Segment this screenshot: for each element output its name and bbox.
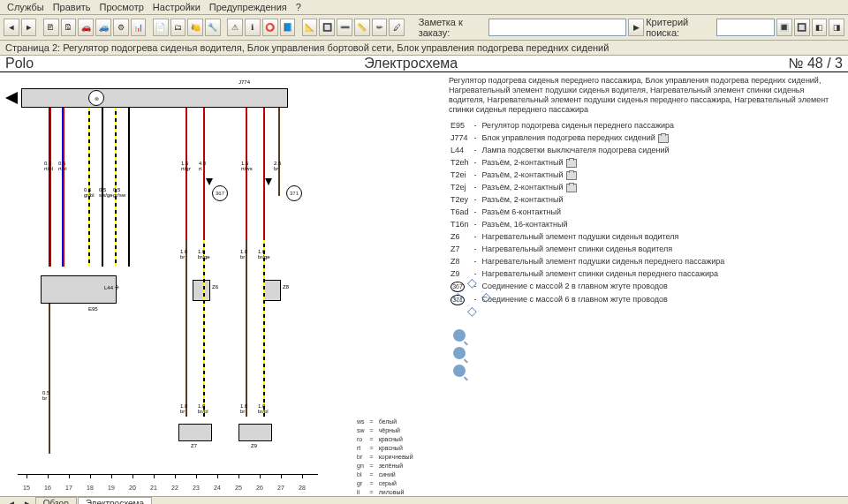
- page-description: Страница 2: Регулятор подогрева сиденья …: [5, 42, 609, 53]
- menu-item[interactable]: Править: [53, 2, 91, 12]
- zoom-fit-icon[interactable]: [453, 365, 466, 377]
- symbol-circle: ⊗: [88, 90, 104, 106]
- zoom-out-icon[interactable]: [453, 347, 466, 359]
- doc-number: № 48 / 3: [788, 56, 843, 71]
- tab-overview[interactable]: Обзор: [35, 497, 77, 504]
- pan-up-icon[interactable]: ◇: [465, 275, 479, 290]
- tool-4-icon[interactable]: 🚙: [95, 19, 111, 36]
- document-header: Polo Электросхема № 48 / 3: [0, 56, 848, 72]
- menu-item[interactable]: Службы: [7, 2, 44, 12]
- camera-icon[interactable]: [658, 134, 669, 143]
- tool-back-icon[interactable]: ◄: [4, 19, 19, 36]
- content-area: J774 ⊗ 0.5 rt/bl 0.5 rt/vi 0.5 gr/bl 0.5…: [0, 72, 848, 496]
- pan-down-icon[interactable]: ◇: [465, 304, 479, 318]
- label-e95: E95: [88, 306, 98, 312]
- camera-icon[interactable]: [566, 184, 577, 192]
- tool-2-icon[interactable]: 🖻: [61, 19, 77, 36]
- wire: [278, 108, 280, 196]
- pan-left-icon[interactable]: ◇: [450, 290, 465, 304]
- tab-next-icon[interactable]: ►: [23, 499, 32, 505]
- wire: [186, 108, 187, 240]
- arrow-left-icon: [5, 92, 18, 104]
- component-row: L44-Лампа подсветки выключателя подогрев…: [450, 145, 728, 155]
- tool-11-icon[interactable]: ⚠: [227, 19, 243, 36]
- component-z7: [178, 424, 212, 441]
- wire: [128, 108, 130, 267]
- wire: [63, 108, 64, 267]
- ruler-label: 19: [108, 485, 115, 491]
- info-panel: Регулятор подогрева сиденья переднего па…: [442, 72, 848, 496]
- tab-schema[interactable]: Электросхема: [78, 497, 152, 504]
- tool-6-icon[interactable]: 📊: [131, 19, 147, 36]
- menu-item[interactable]: Настройки: [153, 2, 201, 12]
- criteria-input[interactable]: [716, 19, 775, 36]
- tool-9-icon[interactable]: 🍋: [187, 19, 203, 36]
- label-j774: J774: [238, 79, 250, 85]
- tool-20-icon[interactable]: 🖊: [389, 19, 405, 36]
- tool-16-icon[interactable]: 🔲: [319, 19, 335, 36]
- tool-forward-icon[interactable]: ►: [21, 19, 37, 36]
- component-row: T2ey-Разъём, 2-контактный: [450, 194, 728, 205]
- ruler-label: 24: [214, 485, 221, 491]
- label-l44: L44 ※: [104, 284, 119, 290]
- pan-right-icon[interactable]: ◇: [479, 290, 493, 304]
- tool-12-icon[interactable]: ℹ: [245, 19, 261, 36]
- wire-label: 0.5 gr/bl: [84, 187, 95, 198]
- arrow-down-icon: [265, 178, 272, 185]
- tool-13-icon[interactable]: ⭕: [262, 19, 278, 36]
- tool-14-icon[interactable]: 📘: [280, 19, 296, 36]
- arrow-down-icon: [206, 178, 213, 185]
- wire-label: 0.5 rt/bl: [44, 161, 53, 171]
- tab-prev-icon[interactable]: ◄: [7, 499, 16, 505]
- ruler-label: 16: [44, 485, 51, 491]
- note-input[interactable]: [488, 19, 626, 36]
- crit-btn2-icon[interactable]: 🔲: [794, 19, 810, 36]
- wire-label: 1.0 br: [240, 403, 247, 414]
- tool-18-icon[interactable]: 📏: [354, 19, 370, 36]
- crit-btn1-icon[interactable]: 🔳: [776, 19, 792, 36]
- zoom-in-icon[interactable]: [453, 329, 466, 342]
- menu-item[interactable]: Предупреждения: [209, 2, 287, 12]
- wire-label: 0.5 br: [42, 390, 49, 401]
- tool-17-icon[interactable]: ➖: [337, 19, 352, 36]
- tool-19-icon[interactable]: ✏: [372, 19, 388, 36]
- ruler-label: 22: [171, 485, 178, 491]
- menu-item[interactable]: Просмотр: [100, 2, 144, 12]
- wire: [203, 108, 205, 240]
- component-z9: [238, 424, 272, 441]
- ruler-label: 20: [129, 485, 136, 491]
- menu-bar: Службы Править Просмотр Настройки Предуп…: [0, 0, 848, 15]
- wire: [49, 304, 50, 454]
- note-label: Заметка к заказу:: [419, 17, 488, 38]
- label-z8: Z8: [283, 284, 289, 290]
- ruler-label: 25: [235, 485, 242, 491]
- ruler-line: [18, 474, 318, 475]
- wiring-diagram[interactable]: J774 ⊗ 0.5 rt/bl 0.5 rt/vi 0.5 gr/bl 0.5…: [0, 72, 442, 496]
- tool-15-icon[interactable]: 📐: [302, 19, 318, 36]
- ruler-label: 28: [299, 485, 306, 491]
- ground-367: 367: [212, 185, 228, 201]
- tool-10-icon[interactable]: 🔧: [205, 19, 221, 36]
- wire-label: 2.5 br: [274, 161, 281, 171]
- wire-label: 1.0 br/ge: [258, 249, 270, 260]
- camera-icon[interactable]: [566, 171, 577, 180]
- wire-label: 1.5 rt/ws: [241, 161, 253, 171]
- tool-1-icon[interactable]: 🖹: [43, 19, 59, 36]
- tool-7-icon[interactable]: 📄: [153, 19, 169, 36]
- component-row: T2ej-Разъём, 2-контактный: [450, 182, 728, 192]
- tool-3-icon[interactable]: 🚗: [78, 19, 94, 36]
- wire: [263, 240, 265, 417]
- bottom-tab-bar: ◄ ► Обзор Электросхема: [0, 496, 848, 504]
- tool-5-icon[interactable]: ⚙: [113, 19, 129, 36]
- component-row: J774-Блок управления подогрева передних …: [450, 132, 728, 143]
- tool-8-icon[interactable]: 🗂: [170, 19, 186, 36]
- ruler-label: 21: [150, 485, 157, 491]
- note-go-icon[interactable]: ▶: [628, 19, 644, 36]
- ruler-label: 27: [277, 485, 284, 491]
- crit-btn4-icon[interactable]: ◨: [829, 19, 844, 36]
- camera-icon[interactable]: [566, 159, 577, 168]
- component-z6: [193, 280, 210, 301]
- menu-item[interactable]: ?: [296, 2, 301, 12]
- pan-control: ◇ ◇◇ ◇: [450, 275, 493, 318]
- crit-btn3-icon[interactable]: ◧: [812, 19, 828, 36]
